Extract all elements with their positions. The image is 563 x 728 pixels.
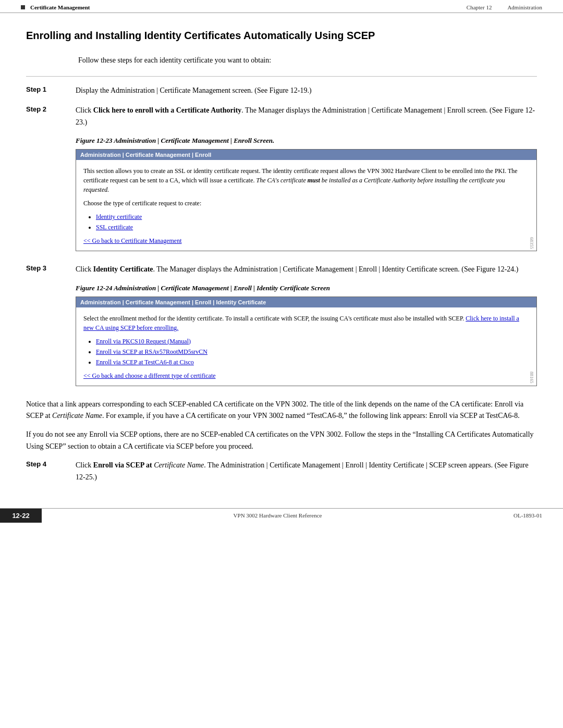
step-3-content: Click Identity Certificate. The Manager … [76,264,537,275]
breadcrumb-top: Certificate Management [21,4,90,10]
step-2-bold: Click here to enroll with a Certificate … [93,106,241,114]
footer-right-text: OL-1893-01 [513,512,563,519]
figure-1-para1: This section allows you to create an SSL… [83,166,529,194]
step-4-bold-enroll: Enroll via SCEP at [93,461,152,469]
step-4-row: Step 4 Click Enroll via SCEP at Certific… [26,460,537,483]
figure-2-header: Administration | Certificate Management … [76,297,536,307]
step-1-label: Step 1 [26,85,76,93]
figure-2-caption: Figure 12-24 Administration | Certificat… [76,284,537,292]
identity-cert-link[interactable]: Identity certificate [96,213,142,220]
figure-1-header: Administration | Certificate Management … [76,150,536,160]
step-3-label: Step 3 [26,264,76,272]
step-3-row: Step 3 Click Identity Certificate. The M… [26,264,537,275]
footer-center-text: VPN 3002 Hardware Client Reference [42,512,513,519]
page-header: Certificate Management Chapter 12 Admini… [0,0,563,13]
figure-2-screenshot: Administration | Certificate Management … [76,297,537,386]
figure-2-back-link[interactable]: << Go back and choose a different type o… [83,372,216,379]
list-item-identity[interactable]: Identity certificate [96,212,529,221]
pkcs10-link[interactable]: Enroll via PKCS10 Request (Manual) [96,338,191,345]
figure-1-body: This section allows you to create an SSL… [76,160,536,251]
step-4-content: Click Enroll via SCEP at Certificate Nam… [76,460,537,483]
list-item-ssl[interactable]: SSL certificate [96,223,529,232]
intro-paragraph: Follow these steps for each identity cer… [78,55,537,66]
figure-2-body: Select the enrollment method for the ide… [76,307,536,386]
divider [26,76,537,77]
bullet-icon [21,5,25,9]
step-4-label: Step 4 [26,460,76,468]
list-item-testca[interactable]: Enroll via SCEP at TestCA6-8 at Cisco [96,357,529,367]
testca-link[interactable]: Enroll via SCEP at TestCA6-8 at Cisco [96,359,194,366]
figure-1-list: Identity certificate SSL certificate [96,212,529,232]
figure-1-number: 68355 [529,237,534,249]
list-item-rsa[interactable]: Enroll via SCEP at RSAv57RootMD5srvCN [96,347,529,356]
rsa-link[interactable]: Enroll via SCEP at RSAv57RootMD5srvCN [96,348,207,355]
figure-2-number: 88165 [529,372,534,384]
notice-para-2: If you do not see any Enroll via SCEP op… [26,429,537,452]
figure-1-screenshot: Administration | Certificate Management … [76,149,537,251]
figure-1-choose: Choose the type of certificate request t… [83,199,529,208]
figure-1-back-link[interactable]: << Go back to Certificate Management [83,237,181,244]
page-footer: 12-22 VPN 3002 Hardware Client Reference… [0,508,563,523]
italic-ca: The CA's certificate must be installed a… [83,177,505,193]
step-3-bold: Identity Certificate [93,265,153,273]
figure-2-para1: Select the enrollment method for the ide… [83,314,529,332]
chapter-section: Chapter 12 Administration [467,4,542,10]
bold-must: must [308,177,320,184]
list-item-pkcs10[interactable]: Enroll via PKCS10 Request (Manual) [96,337,529,346]
step-1-row: Step 1 Display the Administration | Cert… [26,85,537,96]
figure-1-caption: Figure 12-23 Administration | Certificat… [76,137,537,145]
page-title: Enrolling and Installing Identity Certif… [26,29,537,42]
cert-name-italic-1: Certificate Name [52,412,102,419]
notice-para-1: Notice that a link appears corresponding… [26,399,537,422]
ssl-cert-link[interactable]: SSL certificate [96,224,133,231]
footer-page-number: 12-22 [0,509,42,523]
main-content: Enrolling and Installing Identity Certif… [0,13,563,523]
step-2-label: Step 2 [26,105,76,113]
step-4-italic-certname: Certificate Name [154,461,204,469]
figure-2-list: Enroll via PKCS10 Request (Manual) Enrol… [96,337,529,367]
figure-2-install-link[interactable]: Click here to install a new CA using SCE… [83,315,519,331]
step-1-content: Display the Administration | Certificate… [76,85,537,96]
step-2-row: Step 2 Click Click here to enroll with a… [26,105,537,128]
step-2-content: Click Click here to enroll with a Certif… [76,105,537,128]
